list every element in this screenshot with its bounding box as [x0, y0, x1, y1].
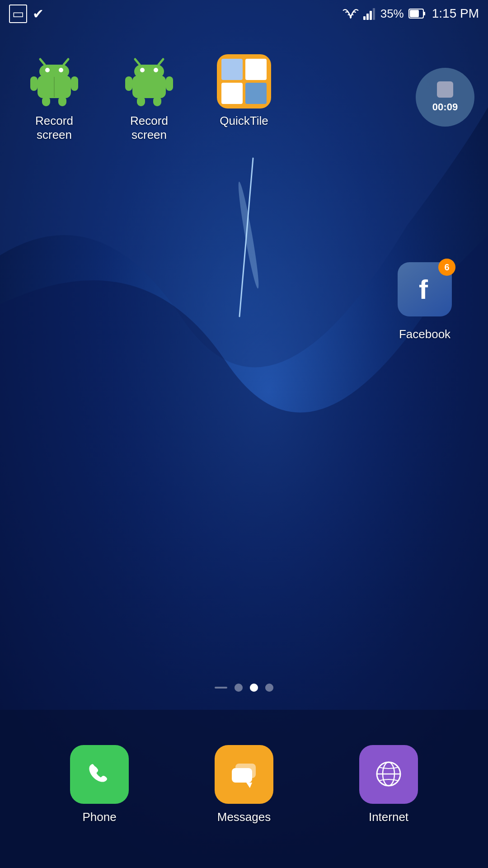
- facebook-badge: 6: [438, 259, 455, 276]
- svg-rect-11: [410, 10, 419, 17]
- facebook-f-logo: f: [409, 274, 441, 305]
- facebook-app[interactable]: f 6 Facebook: [398, 262, 452, 341]
- messages-icon: [215, 745, 273, 804]
- svg-line-25: [135, 59, 140, 65]
- record-screen-app-2[interactable]: Record screen: [113, 54, 185, 142]
- home-screen-icons: Record screen Record screen: [0, 45, 488, 165]
- page-indicator-3[interactable]: [265, 684, 273, 692]
- record-timer-display: 00:09: [432, 101, 458, 113]
- svg-rect-21: [58, 96, 66, 106]
- svg-marker-36: [246, 783, 252, 788]
- record-screen-icon-1: [27, 54, 81, 108]
- battery-icon: [408, 9, 426, 19]
- status-bar: ▭ ✔ 35% 1:15 PM: [0, 0, 488, 27]
- messages-app[interactable]: Messages: [208, 745, 280, 824]
- quicktile-cell-1: [221, 59, 243, 80]
- status-right-icons: 35% 1:15 PM: [343, 6, 479, 21]
- page-indicator-lines[interactable]: [215, 687, 227, 689]
- record-screen-label-1: Record screen: [18, 114, 90, 142]
- svg-line-14: [40, 59, 45, 65]
- record-screen-label-2: Record screen: [113, 114, 185, 142]
- messages-label: Messages: [217, 810, 271, 824]
- quicktile-app[interactable]: QuickTile: [208, 54, 280, 128]
- svg-rect-30: [166, 76, 173, 91]
- svg-line-26: [159, 59, 163, 65]
- record-screen-icon-2: [122, 54, 176, 108]
- quicktile-icon-wrapper: [217, 54, 271, 108]
- page-indicators: [215, 684, 273, 692]
- svg-rect-23: [132, 75, 166, 98]
- phone-app[interactable]: Phone: [63, 745, 136, 824]
- svg-rect-19: [71, 76, 78, 91]
- svg-rect-32: [153, 96, 161, 106]
- signal-icon: [363, 7, 376, 20]
- quicktile-label: QuickTile: [220, 114, 268, 128]
- svg-rect-35: [232, 768, 252, 783]
- svg-point-28: [154, 68, 158, 72]
- svg-point-27: [140, 68, 145, 72]
- svg-rect-13: [39, 65, 69, 78]
- internet-svg: [372, 757, 406, 791]
- svg-rect-7: [370, 11, 372, 20]
- messages-svg: [227, 757, 261, 791]
- quicktile-cell-4: [245, 83, 267, 104]
- screen-capture-icon: ▭: [9, 5, 27, 23]
- phone-svg: [84, 759, 115, 790]
- svg-rect-24: [134, 65, 164, 78]
- svg-rect-5: [363, 16, 366, 20]
- battery-percent: 35%: [380, 7, 404, 21]
- facebook-icon-wrapper: f 6: [398, 262, 452, 316]
- page-indicator-2-active[interactable]: [250, 684, 258, 692]
- android-icon-2: [124, 57, 174, 106]
- internet-icon: [359, 745, 418, 804]
- phone-label: Phone: [82, 810, 116, 824]
- internet-label: Internet: [369, 810, 408, 824]
- svg-point-16: [45, 68, 50, 72]
- svg-line-15: [64, 59, 68, 65]
- top-app-row: Record screen Record screen: [18, 54, 470, 142]
- svg-rect-10: [423, 12, 425, 15]
- quicktile-icon: [217, 54, 271, 108]
- app-dock: Phone Messages: [0, 710, 488, 868]
- svg-rect-6: [366, 14, 369, 20]
- record-screen-app-1[interactable]: Record screen: [18, 54, 90, 142]
- svg-rect-20: [42, 96, 50, 106]
- status-time: 1:15 PM: [432, 6, 479, 21]
- record-timer-bubble[interactable]: 00:09: [416, 68, 474, 127]
- android-icon-1: [29, 57, 79, 106]
- internet-app[interactable]: Internet: [352, 745, 425, 824]
- svg-rect-8: [373, 8, 375, 20]
- phone-icon: [70, 745, 129, 804]
- svg-rect-29: [125, 76, 132, 91]
- facebook-label: Facebook: [399, 327, 450, 341]
- svg-rect-31: [137, 96, 145, 106]
- svg-text:f: f: [419, 274, 428, 305]
- status-left-icons: ▭ ✔: [9, 5, 44, 23]
- quicktile-cell-3: [221, 83, 243, 104]
- svg-point-17: [59, 68, 63, 72]
- svg-point-4: [349, 16, 352, 19]
- wifi-icon: [343, 7, 359, 20]
- quicktile-cell-2: [245, 59, 267, 80]
- page-indicator-1[interactable]: [235, 684, 243, 692]
- svg-rect-18: [30, 76, 38, 91]
- record-stop-button[interactable]: [437, 81, 453, 98]
- check-circle-icon: ✔: [33, 6, 44, 22]
